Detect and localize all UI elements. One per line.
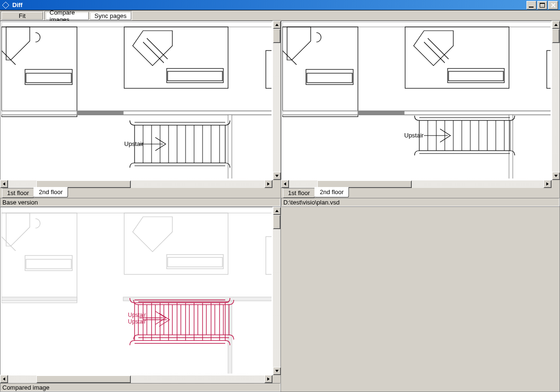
svg-rect-3 (25, 69, 72, 85)
svg-rect-25 (282, 111, 358, 115)
scroll-left-icon[interactable] (281, 180, 289, 188)
svg-rect-17 (282, 22, 551, 27)
scroll-right-icon[interactable] (543, 180, 552, 188)
caption-path: D:\test\visio\plan.vsd (281, 198, 560, 206)
pane-bottom-right (281, 207, 560, 392)
canvas-top-left[interactable]: Upstair (1, 22, 272, 179)
tabs-top-left: 1st floor 2nd floor (0, 188, 280, 198)
tab-1st-floor[interactable]: 1st floor (283, 188, 315, 198)
scroll-down-icon[interactable] (273, 172, 281, 180)
vscrollbar[interactable] (272, 21, 280, 180)
toolbar: Fit Compare images Sync pages (0, 10, 560, 21)
caption-compared-image: Compared image (0, 383, 280, 392)
svg-rect-5 (124, 27, 228, 88)
svg-marker-32 (546, 182, 549, 186)
tab-1st-floor[interactable]: 1st floor (2, 188, 34, 198)
svg-marker-29 (554, 24, 558, 26)
fit-button[interactable]: Fit (1, 12, 43, 20)
window-title: Diff (12, 1, 526, 9)
pane-top-left: Upstair 1st floor 2nd floor Base version (0, 21, 281, 207)
scroll-left-icon[interactable] (0, 375, 8, 383)
pane-bottom-left: Upstair Upstair Compared image (0, 207, 281, 392)
sync-pages-button[interactable]: Sync pages (90, 12, 131, 20)
scroll-down-icon[interactable] (552, 172, 560, 180)
svg-rect-1 (1, 22, 272, 27)
svg-rect-21 (405, 27, 509, 88)
canvas-top-right[interactable]: Upstair (282, 22, 551, 179)
svg-rect-23 (449, 71, 503, 81)
scroll-right-icon[interactable] (264, 180, 272, 188)
svg-rect-27 (509, 115, 513, 179)
close-button[interactable]: ✕ (548, 1, 558, 9)
vscrollbar[interactable] (552, 21, 560, 180)
tab-2nd-floor[interactable]: 2nd floor (34, 187, 68, 197)
svg-rect-39 (168, 257, 222, 267)
svg-rect-26 (404, 111, 551, 115)
svg-marker-47 (275, 370, 279, 372)
upstair-label-diff-2: Upstair (128, 318, 146, 325)
svg-rect-9 (1, 111, 77, 115)
app-icon (2, 1, 9, 9)
svg-marker-0 (2, 2, 9, 9)
upstair-label: Upstair (124, 140, 144, 147)
svg-marker-31 (284, 182, 286, 186)
upstair-label: Upstair (404, 132, 424, 139)
compare-images-button[interactable]: Compare images (45, 12, 89, 20)
canvas-bottom-left[interactable]: Upstair Upstair (1, 208, 272, 374)
maximize-button[interactable] (537, 1, 547, 9)
tab-2nd-floor[interactable]: 2nd floor (314, 187, 349, 197)
svg-rect-8 (266, 51, 272, 88)
svg-rect-41 (1, 297, 77, 301)
hscrollbar[interactable] (8, 375, 264, 383)
svg-rect-40 (266, 237, 272, 274)
vscrollbar[interactable] (272, 207, 280, 375)
svg-rect-37 (124, 213, 228, 274)
tabs-top-right: 1st floor 2nd floor (281, 188, 560, 198)
caption-base-version: Base version (0, 198, 280, 206)
scroll-left-icon[interactable] (0, 180, 8, 188)
minimize-button[interactable] (526, 1, 536, 9)
svg-rect-43 (228, 301, 232, 374)
scroll-up-icon[interactable] (273, 207, 281, 215)
svg-rect-24 (547, 51, 551, 88)
scroll-down-icon[interactable] (273, 367, 281, 375)
svg-rect-20 (307, 73, 352, 83)
pane-top-right: Upstair 1st floor 2nd floor D:\test\visi… (281, 21, 560, 207)
svg-rect-4 (26, 73, 71, 83)
svg-marker-14 (275, 175, 279, 177)
svg-marker-13 (275, 24, 279, 26)
svg-rect-35 (25, 256, 72, 271)
svg-rect-7 (168, 71, 222, 81)
svg-marker-16 (267, 182, 270, 186)
svg-rect-42 (123, 297, 272, 301)
scroll-right-icon[interactable] (264, 375, 272, 383)
svg-marker-30 (554, 175, 558, 177)
upstair-label-diff-1: Upstair (128, 312, 146, 318)
svg-rect-10 (123, 111, 272, 115)
empty-area (281, 207, 560, 392)
scroll-up-icon[interactable] (552, 21, 560, 29)
scroll-up-icon[interactable] (273, 21, 281, 29)
svg-rect-36 (26, 259, 71, 269)
svg-rect-33 (1, 208, 272, 213)
svg-rect-19 (306, 69, 353, 85)
svg-marker-15 (3, 182, 5, 186)
svg-marker-49 (267, 377, 270, 381)
svg-marker-46 (275, 210, 279, 212)
svg-marker-48 (3, 377, 5, 381)
